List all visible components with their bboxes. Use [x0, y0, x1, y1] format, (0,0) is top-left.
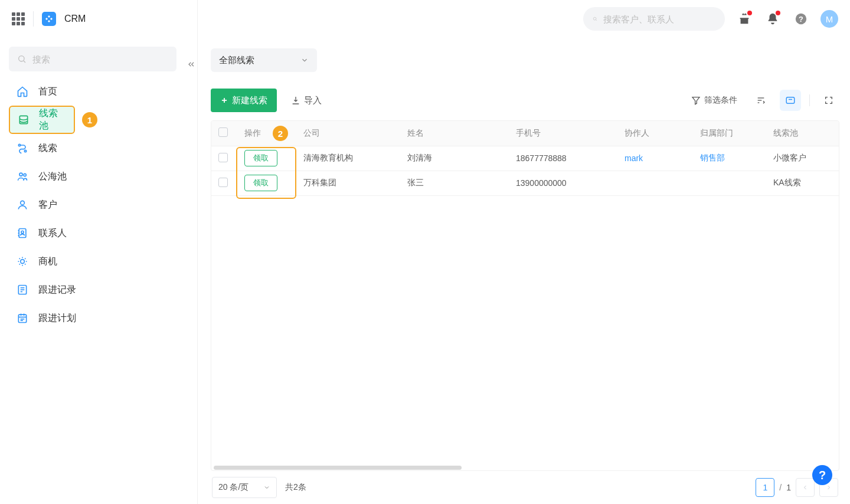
page-sep: / — [779, 483, 782, 492]
total-count: 共2条 — [285, 482, 306, 493]
bulb-icon — [16, 255, 29, 268]
cell-pool: KA线索 — [766, 171, 839, 195]
sidebar-item-bulb[interactable]: 商机 — [9, 247, 97, 276]
cell-name: 张三 — [400, 171, 509, 195]
collapse-sidebar-icon[interactable] — [184, 57, 198, 71]
view-filter-select[interactable]: 全部线索 — [211, 48, 317, 72]
col-collab: 协作人 — [617, 121, 693, 146]
row-checkbox[interactable] — [218, 178, 228, 187]
sidebar-item-calendar[interactable]: 跟进计划 — [9, 304, 97, 332]
bell-icon[interactable] — [764, 10, 782, 28]
page-current-input[interactable]: 1 — [756, 478, 774, 497]
annotation-badge-2: 2 — [273, 126, 288, 141]
sidebar-item-person[interactable]: 客户 — [9, 191, 97, 219]
svg-point-17 — [21, 260, 25, 264]
sidebar-item-label: 线索 — [38, 142, 57, 155]
global-search[interactable] — [583, 7, 725, 31]
sidebar-item-contact[interactable]: 联系人 — [9, 219, 97, 247]
plus-icon — [220, 96, 228, 104]
notification-dot — [747, 11, 752, 15]
scrollbar-thumb[interactable] — [214, 466, 462, 470]
record-icon — [16, 283, 29, 296]
global-search-input[interactable] — [603, 14, 715, 24]
filter-button[interactable]: 筛选条件 — [686, 90, 742, 111]
horizontal-scrollbar[interactable] — [211, 464, 839, 470]
page-size-select[interactable]: 20 条/页 — [212, 477, 277, 498]
divider — [33, 11, 34, 27]
fullscreen-button[interactable] — [818, 90, 839, 111]
sidebar-item-label: 线索池 — [39, 107, 67, 132]
col-dept: 归属部门 — [693, 121, 766, 146]
svg-line-25 — [25, 258, 25, 259]
claim-button[interactable]: 领取 — [244, 150, 277, 166]
expand-icon — [824, 96, 833, 105]
gift-icon[interactable] — [735, 10, 753, 28]
new-lead-button[interactable]: 新建线索 — [211, 89, 277, 112]
svg-line-22 — [19, 258, 20, 259]
apps-grid-icon[interactable] — [12, 12, 25, 25]
sidebar-item-label: 跟进计划 — [38, 312, 76, 325]
select-all-checkbox[interactable] — [218, 127, 228, 137]
sidebar-item-home[interactable]: 首页 — [9, 77, 97, 106]
toolbar-right: 筛选条件 — [686, 90, 839, 111]
sidebar-item-route[interactable]: 线索 — [9, 134, 97, 162]
table-container: 操作 2 公司 姓名 手机号 协作人 归属部门 线索池 领取清海教育机构刘清海1… — [211, 120, 839, 471]
table-footer: 20 条/页 共2条 1 / 1 — [211, 471, 839, 504]
card-view-icon — [785, 95, 796, 106]
calendar-icon — [16, 312, 29, 325]
svg-point-10 — [24, 174, 26, 176]
layers-icon — [17, 113, 30, 126]
sidebar-search[interactable] — [9, 47, 176, 71]
sort-button[interactable] — [750, 90, 771, 111]
cell-company: 清海教育机构 — [296, 146, 400, 171]
route-icon — [16, 142, 29, 155]
sidebar-item-layers[interactable]: 线索池 — [9, 106, 75, 134]
chevron-right-icon — [825, 484, 832, 491]
sidebar-item-label: 商机 — [38, 256, 57, 268]
collab-link[interactable]: mark — [625, 153, 643, 163]
table-body: 领取清海教育机构刘清海18677778888mark销售部小微客户领取万科集团张… — [211, 146, 839, 195]
topbar-right: ? M — [583, 7, 838, 31]
row-checkbox[interactable] — [218, 153, 228, 162]
sidebar-item-pool[interactable]: 公海池 — [9, 162, 97, 191]
cell-pool: 小微客户 — [766, 146, 839, 171]
page-prev-button[interactable] — [796, 478, 815, 497]
sidebar-item-record[interactable]: 跟进记录 — [9, 276, 97, 304]
home-icon — [16, 85, 29, 98]
filter-label: 筛选条件 — [704, 95, 737, 106]
view-toggle-button[interactable] — [780, 90, 801, 111]
claim-button[interactable]: 领取 — [244, 175, 277, 191]
sidebar-item-label: 公海池 — [38, 171, 67, 183]
svg-line-5 — [24, 61, 25, 63]
sidebar-search-input[interactable] — [32, 54, 168, 64]
avatar[interactable]: M — [820, 10, 838, 28]
sidebar-item-label: 跟进记录 — [38, 284, 76, 296]
svg-line-24 — [19, 264, 20, 264]
svg-point-7 — [18, 144, 20, 146]
import-button[interactable]: 导入 — [287, 89, 325, 112]
table-row: 领取万科集团张三13900000000KA线索 — [211, 171, 839, 195]
svg-line-1 — [596, 20, 597, 21]
chevron-left-icon — [802, 484, 809, 491]
search-icon — [593, 14, 597, 24]
body: 首页线索池1线索公海池客户联系人商机跟进记录跟进计划 全部线索 新建线索 导入 … — [0, 38, 850, 504]
help-fab[interactable]: ? — [812, 465, 832, 485]
sidebar-item-label: 联系人 — [38, 227, 67, 240]
svg-point-8 — [24, 150, 26, 152]
cell-collab — [617, 171, 693, 195]
cell-phone: 18677778888 — [509, 146, 617, 171]
dept-link[interactable]: 销售部 — [700, 153, 725, 162]
page-total: 1 — [786, 483, 791, 492]
col-name: 姓名 — [400, 121, 509, 146]
app-name: CRM — [64, 14, 86, 24]
page-size-label: 20 条/页 — [218, 482, 249, 493]
table-row: 领取清海教育机构刘清海18677778888mark销售部小微客户 — [211, 146, 839, 171]
svg-marker-38 — [692, 97, 699, 104]
filter-icon — [691, 96, 701, 105]
toolbar: 新建线索 导入 筛选条件 — [211, 89, 839, 112]
help-icon[interactable]: ? — [792, 10, 810, 28]
col-company: 公司 — [296, 121, 400, 146]
topbar: CRM ? M — [0, 0, 850, 38]
new-lead-label: 新建线索 — [232, 95, 267, 106]
svg-point-0 — [593, 17, 596, 20]
